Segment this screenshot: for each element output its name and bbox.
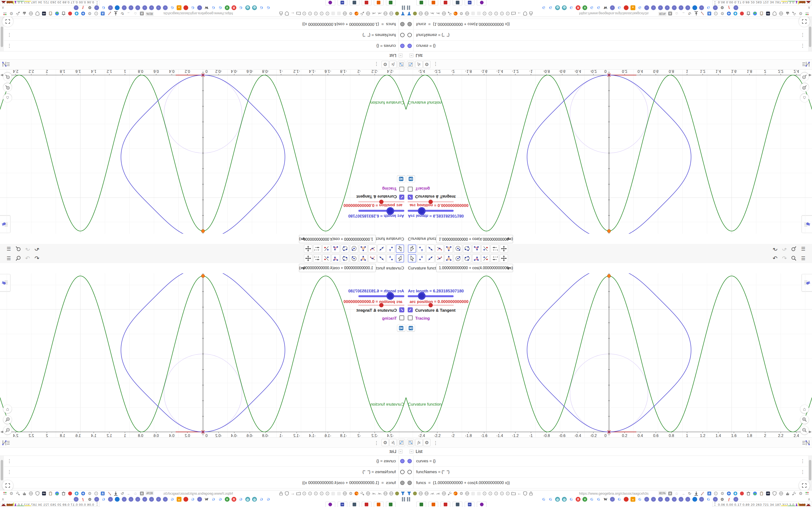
- tool-reflect-button[interactable]: [481, 254, 490, 263]
- graphics-view[interactable]: -2.4-2.2-2-1.8-1.6-1.4-1.2-1-0.8-0.6-0.4…: [0, 69, 406, 234]
- shield-icon[interactable]: [284, 11, 290, 16]
- tab-favicon-knot[interactable]: ◦: [142, 5, 147, 10]
- globe-icon[interactable]: [441, 491, 447, 496]
- transB-icon[interactable]: A: [707, 491, 712, 496]
- oring-icon[interactable]: [494, 491, 499, 496]
- wrench-icon[interactable]: [15, 491, 20, 496]
- gear-icon[interactable]: ⚙: [798, 11, 803, 16]
- url-text[interactable]: https://www.geogebra.org/classic/aagcxh3…: [579, 12, 649, 16]
- tab-favicon-leaf[interactable]: ∨: [582, 497, 587, 502]
- undo-icon[interactable]: ↶: [34, 255, 40, 262]
- thumb-icon[interactable]: [785, 11, 790, 16]
- visibility-toggle[interactable]: [407, 33, 412, 37]
- algebra-row-funcs[interactable]: funcs = {1.00000000000 + cos(4.000000000…: [406, 18, 812, 30]
- visibility-toggle[interactable]: [400, 33, 405, 37]
- oring-icon[interactable]: [499, 11, 505, 16]
- transA-icon[interactable]: A: [139, 11, 145, 16]
- tool-polygon-button[interactable]: [445, 254, 453, 263]
- collapse-list-button[interactable]: −: [409, 450, 413, 454]
- sq-icon[interactable]: [337, 11, 342, 16]
- tab-favicon-G[interactable]: G: [266, 5, 271, 10]
- oring-icon[interactable]: [488, 491, 493, 496]
- tab-favicon-G[interactable]: G: [706, 5, 711, 10]
- tab-favicon-reddot[interactable]: [624, 497, 628, 502]
- star-icon[interactable]: ☆: [133, 491, 138, 496]
- arrowR-icon[interactable]: →: [126, 11, 132, 16]
- wrench-icon[interactable]: [15, 11, 20, 16]
- download-icon[interactable]: [113, 491, 118, 496]
- fullscreen-button[interactable]: [2, 16, 13, 27]
- tab-favicon-knot[interactable]: ◦: [74, 497, 79, 502]
- tab-favicon-knot[interactable]: ◦: [94, 497, 99, 502]
- arc-position-slider-knob[interactable]: [379, 200, 384, 204]
- tool-angle-button[interactable]: α: [332, 244, 340, 253]
- reddot-icon[interactable]: [739, 491, 745, 496]
- folder-icon[interactable]: [511, 11, 516, 16]
- globe-icon[interactable]: [464, 491, 470, 496]
- visibility-toggle[interactable]: [407, 470, 412, 474]
- dropdown-caret-icon[interactable]: [302, 237, 305, 240]
- tab-favicon-knot[interactable]: ◦: [108, 497, 113, 502]
- algebra-row-curves[interactable]: curves = {} ⋮: [406, 40, 812, 51]
- ud-icon[interactable]: UD: [765, 491, 771, 496]
- stylebar-menu-icon[interactable]: ⋮: [433, 61, 438, 67]
- tool-tangent-button[interactable]: [368, 244, 376, 253]
- algebra-row-funcs[interactable]: funcs = {1.00000000000 + cos(4.000000000…: [406, 477, 812, 489]
- plusc-icon[interactable]: [726, 491, 731, 496]
- stylebar-menu-icon[interactable]: ⋮: [433, 440, 438, 446]
- taskbar-owl-icon[interactable]: [477, 502, 487, 507]
- tab-favicon-knot[interactable]: ◦: [197, 5, 202, 10]
- tab-favicon-knot[interactable]: ◦: [135, 497, 140, 502]
- redo-icon[interactable]: ↷: [781, 255, 788, 262]
- tab-favicon-G[interactable]: G: [101, 497, 106, 502]
- zoom-out-button[interactable]: [800, 72, 809, 81]
- tab-favicon-knot[interactable]: ◦: [672, 497, 677, 502]
- tab-favicon-bluedot[interactable]: [115, 497, 120, 502]
- visibility-toggle[interactable]: [400, 44, 405, 48]
- zoom-out-button[interactable]: [800, 426, 809, 435]
- globe-icon[interactable]: [418, 11, 423, 16]
- globe-icon[interactable]: [365, 11, 371, 16]
- globe-icon[interactable]: [418, 491, 423, 496]
- tab-favicon-knot[interactable]: ◦: [610, 497, 615, 502]
- shield-icon[interactable]: [35, 491, 40, 496]
- gear-icon[interactable]: ⚙: [459, 491, 464, 496]
- arc-length-slider-knob[interactable]: [387, 207, 394, 215]
- tab-favicon-G[interactable]: G: [548, 5, 553, 10]
- oring-icon[interactable]: [713, 491, 718, 496]
- globe-icon[interactable]: [342, 11, 348, 16]
- visibility-toggle[interactable]: [400, 459, 405, 463]
- algebra-view-button[interactable]: [398, 61, 405, 68]
- download-icon[interactable]: [113, 11, 118, 16]
- undo-icon[interactable]: ↶: [772, 255, 778, 262]
- tab-favicon-G[interactable]: G: [617, 5, 621, 10]
- gear-icon[interactable]: ⚙: [348, 491, 353, 496]
- tab-favicon-reddot[interactable]: [184, 5, 188, 10]
- curvature-tangent-checkbox[interactable]: ✓: [408, 194, 413, 200]
- tool-point-button[interactable]: A: [387, 244, 395, 253]
- tab-favicon-G[interactable]: G: [101, 5, 106, 10]
- home-button[interactable]: ⌂: [3, 94, 12, 102]
- transA-icon[interactable]: A: [667, 491, 673, 496]
- sq-icon[interactable]: [476, 11, 481, 16]
- globe-icon[interactable]: [365, 491, 371, 496]
- collapse-list-button[interactable]: −: [409, 53, 413, 57]
- globec-icon[interactable]: [752, 11, 758, 16]
- folder-icon[interactable]: [296, 11, 301, 16]
- taskbar-owl-icon[interactable]: [325, 0, 335, 5]
- hamburger-menu-icon[interactable]: ☰: [5, 255, 12, 262]
- algebra-row-funcnames[interactable]: funcNames = {" "} ⋮: [406, 467, 812, 477]
- tab-favicon-knot[interactable]: ◦: [658, 5, 663, 10]
- tab-favicon-G[interactable]: G: [259, 5, 264, 10]
- fullscreen-button[interactable]: [2, 480, 13, 491]
- tab-favicon-knot[interactable]: ◦: [678, 5, 683, 10]
- zoom-out-button[interactable]: [3, 72, 12, 81]
- arrowL-icon[interactable]: ←: [290, 11, 295, 16]
- tab-favicon-G[interactable]: G: [590, 5, 594, 10]
- tab-favicon-fred[interactable]: f: [81, 5, 85, 10]
- gear-icon[interactable]: ⚙: [9, 11, 14, 16]
- gauge-icon[interactable]: [436, 491, 441, 496]
- step-play-button[interactable]: [407, 325, 415, 332]
- algebra-row-funcnames[interactable]: funcNames = {" "} ⋮: [0, 467, 406, 477]
- taskbar-drive-icon[interactable]: [386, 502, 396, 507]
